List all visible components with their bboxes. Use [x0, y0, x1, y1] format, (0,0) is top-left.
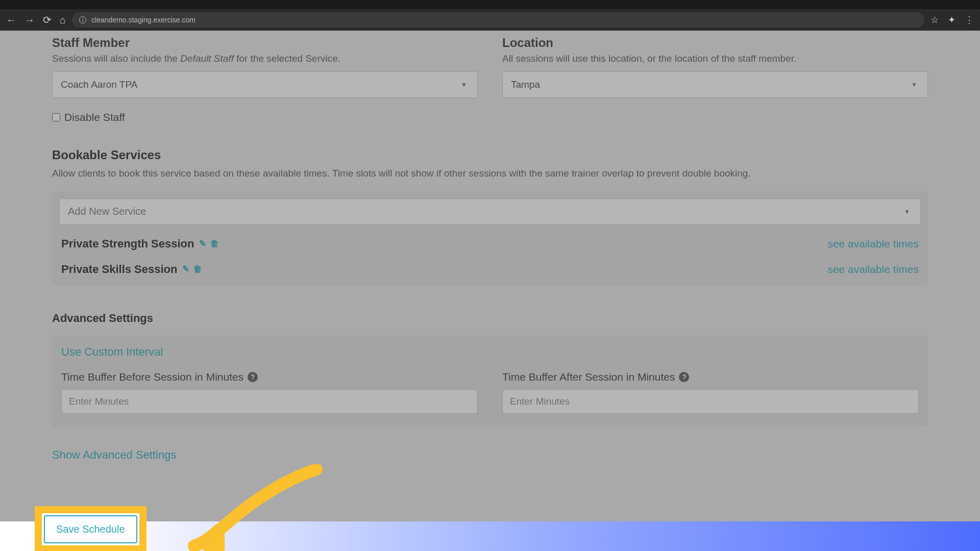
chevron-down-icon: ▼ [904, 208, 910, 215]
location-select[interactable]: Tampa ▼ [502, 71, 928, 98]
buffer-before-label: Time Buffer Before Session in Minutes ? [61, 371, 478, 383]
services-sub: Allow clients to book this service based… [52, 166, 928, 181]
see-times-link[interactable]: see available times [827, 263, 919, 276]
nav-buttons: ← → ⟳ ⌂ [6, 14, 66, 26]
tab-bar [0, 0, 980, 9]
page-content: Staff Member Sessions will also include … [0, 31, 980, 551]
home-icon[interactable]: ⌂ [60, 14, 66, 26]
services-heading: Bookable Services [52, 148, 928, 162]
location-select-value: Tampa [511, 79, 540, 90]
services-panel: Add New Service ▼ Private Strength Sessi… [52, 191, 928, 285]
trash-icon[interactable]: 🗑 [193, 264, 202, 274]
address-bar[interactable]: i cleandemo.staging.exercise.com [72, 12, 924, 28]
service-name: Private Strength Session ✎ 🗑 [61, 237, 219, 251]
see-times-link[interactable]: see available times [827, 238, 919, 250]
browser-right-icons: ☆ ✦ ⋮ [930, 14, 974, 26]
nav-bar: ← → ⟳ ⌂ i cleandemo.staging.exercise.com… [0, 9, 980, 31]
save-schedule-button[interactable]: Save Schedule [44, 515, 137, 543]
chevron-down-icon: ▼ [911, 81, 917, 88]
disable-staff-checkbox[interactable] [52, 113, 60, 121]
extensions-icon[interactable]: ✦ [948, 14, 955, 26]
advanced-panel: Use Custom Interval Time Buffer Before S… [52, 335, 928, 427]
bottom-gradient [0, 521, 980, 551]
menu-icon[interactable]: ⋮ [965, 14, 974, 26]
location-sublabel: All sessions will use this location, or … [502, 53, 928, 64]
edit-icon[interactable]: ✎ [182, 264, 189, 274]
service-row: Private Skills Session ✎ 🗑 see available… [59, 263, 921, 276]
service-name: Private Skills Session ✎ 🗑 [61, 263, 202, 276]
url-text: cleandemo.staging.exercise.com [91, 16, 195, 24]
buffer-before-input[interactable]: Enter Minutes [61, 389, 478, 414]
browser-chrome: ← → ⟳ ⌂ i cleandemo.staging.exercise.com… [0, 0, 980, 31]
staff-label: Staff Member [52, 36, 478, 50]
buffer-after-label: Time Buffer After Session in Minutes ? [502, 371, 919, 383]
star-icon[interactable]: ☆ [930, 14, 939, 26]
staff-column: Staff Member Sessions will also include … [52, 31, 478, 123]
staff-select-value: Coach Aaron TPA [61, 79, 137, 90]
reload-icon[interactable]: ⟳ [43, 14, 52, 26]
service-row: Private Strength Session ✎ 🗑 see availab… [59, 237, 921, 251]
forward-icon[interactable]: → [24, 14, 35, 26]
site-info-icon[interactable]: i [79, 16, 86, 23]
buffer-before-col: Time Buffer Before Session in Minutes ? … [61, 371, 478, 414]
help-icon[interactable]: ? [679, 372, 689, 382]
help-icon[interactable]: ? [248, 372, 258, 382]
custom-interval-link[interactable]: Use Custom Interval [61, 345, 919, 359]
advanced-heading: Advanced Settings [52, 312, 928, 325]
chevron-down-icon: ▼ [461, 81, 467, 88]
back-icon[interactable]: ← [6, 14, 16, 26]
staff-select[interactable]: Coach Aaron TPA ▼ [52, 71, 478, 98]
disable-staff-row[interactable]: Disable Staff [52, 111, 478, 123]
location-label: Location [502, 36, 928, 50]
buffer-after-input[interactable]: Enter Minutes [502, 389, 919, 414]
add-service-placeholder: Add New Service [68, 206, 146, 217]
show-advanced-link[interactable]: Show Advanced Settings [52, 448, 928, 462]
save-highlight-box: Save Schedule [35, 506, 146, 551]
buffer-after-col: Time Buffer After Session in Minutes ? E… [502, 371, 919, 414]
disable-staff-label: Disable Staff [64, 111, 125, 123]
staff-sublabel: Sessions will also include the Default S… [52, 53, 478, 64]
edit-icon[interactable]: ✎ [199, 238, 206, 249]
location-column: Location All sessions will use this loca… [502, 31, 928, 123]
trash-icon[interactable]: 🗑 [210, 239, 219, 249]
add-service-select[interactable]: Add New Service ▼ [59, 198, 921, 225]
